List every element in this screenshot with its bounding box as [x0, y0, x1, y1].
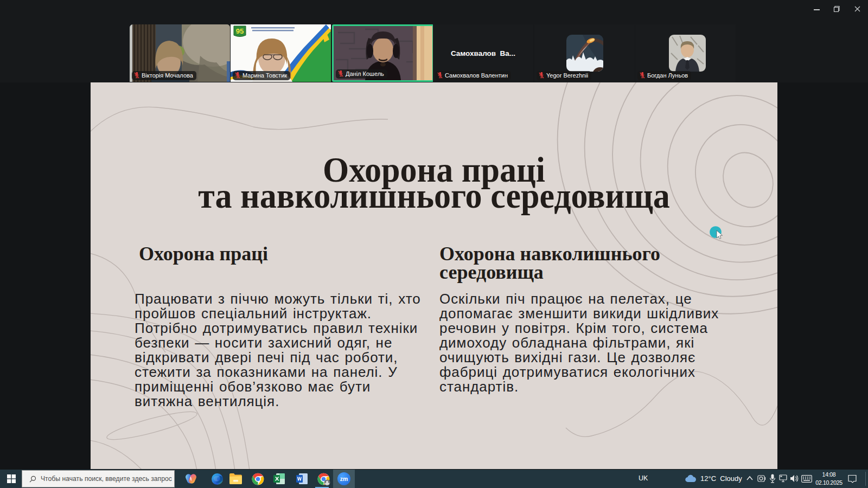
svg-text:95: 95	[236, 27, 244, 35]
